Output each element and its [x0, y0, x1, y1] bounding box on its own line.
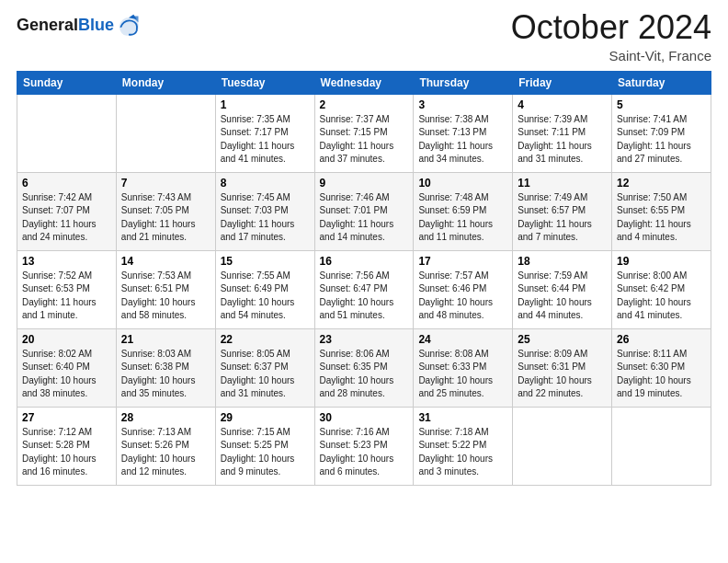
- day-number: 10: [418, 177, 507, 190]
- calendar-cell: [17, 94, 117, 172]
- day-header-friday: Friday: [513, 71, 612, 94]
- calendar-cell: 20Sunrise: 8:02 AMSunset: 6:40 PMDayligh…: [17, 328, 117, 407]
- day-number: 27: [22, 411, 111, 424]
- day-info: Sunrise: 7:37 AMSunset: 7:15 PMDaylight:…: [320, 113, 409, 167]
- day-info: Sunrise: 7:57 AMSunset: 6:46 PMDaylight:…: [418, 270, 507, 323]
- day-header-sunday: Sunday: [17, 71, 117, 94]
- day-number: 31: [418, 411, 507, 424]
- day-number: 3: [418, 98, 507, 111]
- day-info: Sunrise: 7:15 AMSunset: 5:25 PMDaylight:…: [221, 426, 310, 479]
- day-number: 6: [22, 177, 111, 190]
- calendar-cell: 29Sunrise: 7:15 AMSunset: 5:25 PMDayligh…: [215, 407, 314, 485]
- days-of-week-row: SundayMondayTuesdayWednesdayThursdayFrid…: [17, 71, 711, 94]
- day-number: 18: [518, 255, 607, 268]
- day-number: 1: [221, 98, 310, 111]
- day-number: 8: [221, 177, 310, 190]
- day-header-wednesday: Wednesday: [314, 71, 414, 94]
- day-header-tuesday: Tuesday: [215, 71, 314, 94]
- calendar-cell: 19Sunrise: 8:00 AMSunset: 6:42 PMDayligh…: [612, 250, 711, 328]
- week-row-5: 27Sunrise: 7:12 AMSunset: 5:28 PMDayligh…: [17, 407, 711, 485]
- day-number: 29: [221, 411, 310, 424]
- calendar-cell: 4Sunrise: 7:39 AMSunset: 7:11 PMDaylight…: [513, 94, 612, 172]
- calendar-cell: 1Sunrise: 7:35 AMSunset: 7:17 PMDaylight…: [215, 94, 314, 172]
- calendar-cell: 12Sunrise: 7:50 AMSunset: 6:55 PMDayligh…: [612, 172, 711, 250]
- header: GeneralBlue October 2024 Saint-Vit, Fran…: [17, 9, 711, 63]
- day-number: 9: [320, 177, 409, 190]
- calendar-cell: 11Sunrise: 7:49 AMSunset: 6:57 PMDayligh…: [513, 172, 612, 250]
- day-number: 20: [22, 333, 111, 346]
- day-info: Sunrise: 7:39 AMSunset: 7:11 PMDaylight:…: [518, 113, 607, 167]
- calendar-cell: 26Sunrise: 8:11 AMSunset: 6:30 PMDayligh…: [612, 328, 711, 407]
- calendar-cell: 16Sunrise: 7:56 AMSunset: 6:47 PMDayligh…: [314, 250, 414, 328]
- day-info: Sunrise: 7:41 AMSunset: 7:09 PMDaylight:…: [617, 113, 706, 167]
- day-info: Sunrise: 7:12 AMSunset: 5:28 PMDaylight:…: [22, 426, 111, 479]
- day-info: Sunrise: 7:35 AMSunset: 7:17 PMDaylight:…: [221, 113, 310, 167]
- week-row-2: 6Sunrise: 7:42 AMSunset: 7:07 PMDaylight…: [17, 172, 711, 250]
- day-number: 14: [121, 255, 210, 268]
- logo-general-text: GeneralBlue: [17, 17, 114, 35]
- calendar-cell: 8Sunrise: 7:45 AMSunset: 7:03 PMDaylight…: [215, 172, 314, 250]
- day-info: Sunrise: 8:09 AMSunset: 6:31 PMDaylight:…: [518, 348, 607, 401]
- calendar-cell: 25Sunrise: 8:09 AMSunset: 6:31 PMDayligh…: [513, 328, 612, 407]
- day-info: Sunrise: 8:05 AMSunset: 6:37 PMDaylight:…: [221, 348, 310, 401]
- day-number: 15: [221, 255, 310, 268]
- day-info: Sunrise: 7:49 AMSunset: 6:57 PMDaylight:…: [518, 191, 607, 245]
- calendar-cell: 28Sunrise: 7:13 AMSunset: 5:26 PMDayligh…: [116, 407, 215, 485]
- calendar-cell: 9Sunrise: 7:46 AMSunset: 7:01 PMDaylight…: [314, 172, 414, 250]
- day-info: Sunrise: 7:42 AMSunset: 7:07 PMDaylight:…: [22, 191, 111, 245]
- calendar-cell: 18Sunrise: 7:59 AMSunset: 6:44 PMDayligh…: [513, 250, 612, 328]
- week-row-1: 1Sunrise: 7:35 AMSunset: 7:17 PMDaylight…: [17, 94, 711, 172]
- day-info: Sunrise: 7:45 AMSunset: 7:03 PMDaylight:…: [221, 191, 310, 245]
- week-row-4: 20Sunrise: 8:02 AMSunset: 6:40 PMDayligh…: [17, 328, 711, 407]
- day-info: Sunrise: 8:06 AMSunset: 6:35 PMDaylight:…: [320, 348, 409, 401]
- day-info: Sunrise: 8:00 AMSunset: 6:42 PMDaylight:…: [617, 270, 706, 323]
- day-info: Sunrise: 7:53 AMSunset: 6:51 PMDaylight:…: [121, 270, 210, 323]
- location: Saint-Vit, France: [511, 48, 711, 63]
- month-title: October 2024: [511, 9, 711, 46]
- day-header-thursday: Thursday: [414, 71, 513, 94]
- calendar-page: GeneralBlue October 2024 Saint-Vit, Fran…: [0, 0, 728, 563]
- day-number: 12: [617, 177, 706, 190]
- calendar-cell: 7Sunrise: 7:43 AMSunset: 7:05 PMDaylight…: [116, 172, 215, 250]
- calendar-cell: 24Sunrise: 8:08 AMSunset: 6:33 PMDayligh…: [414, 328, 513, 407]
- day-info: Sunrise: 8:03 AMSunset: 6:38 PMDaylight:…: [121, 348, 210, 401]
- day-header-monday: Monday: [116, 71, 215, 94]
- day-number: 30: [320, 411, 409, 424]
- logo-icon: [116, 13, 142, 39]
- day-info: Sunrise: 8:08 AMSunset: 6:33 PMDaylight:…: [418, 348, 507, 401]
- day-number: 16: [320, 255, 409, 268]
- logo: GeneralBlue: [17, 13, 142, 39]
- day-number: 2: [320, 98, 409, 111]
- calendar-cell: 30Sunrise: 7:16 AMSunset: 5:23 PMDayligh…: [314, 407, 414, 485]
- day-info: Sunrise: 7:43 AMSunset: 7:05 PMDaylight:…: [121, 191, 210, 245]
- calendar-cell: 2Sunrise: 7:37 AMSunset: 7:15 PMDaylight…: [314, 94, 414, 172]
- day-info: Sunrise: 7:16 AMSunset: 5:23 PMDaylight:…: [320, 426, 409, 479]
- day-info: Sunrise: 7:59 AMSunset: 6:44 PMDaylight:…: [518, 270, 607, 323]
- day-number: 22: [221, 333, 310, 346]
- week-row-3: 13Sunrise: 7:52 AMSunset: 6:53 PMDayligh…: [17, 250, 711, 328]
- day-number: 19: [617, 255, 706, 268]
- day-info: Sunrise: 7:52 AMSunset: 6:53 PMDaylight:…: [22, 270, 111, 323]
- calendar-table: SundayMondayTuesdayWednesdayThursdayFrid…: [17, 71, 711, 486]
- day-number: 17: [418, 255, 507, 268]
- calendar-cell: 22Sunrise: 8:05 AMSunset: 6:37 PMDayligh…: [215, 328, 314, 407]
- day-number: 4: [518, 98, 607, 111]
- day-number: 28: [121, 411, 210, 424]
- day-info: Sunrise: 7:13 AMSunset: 5:26 PMDaylight:…: [121, 426, 210, 479]
- day-number: 13: [22, 255, 111, 268]
- day-number: 24: [418, 333, 507, 346]
- day-header-saturday: Saturday: [612, 71, 711, 94]
- day-number: 21: [121, 333, 210, 346]
- day-number: 25: [518, 333, 607, 346]
- calendar-cell: 5Sunrise: 7:41 AMSunset: 7:09 PMDaylight…: [612, 94, 711, 172]
- day-info: Sunrise: 7:18 AMSunset: 5:22 PMDaylight:…: [418, 426, 507, 479]
- day-info: Sunrise: 8:02 AMSunset: 6:40 PMDaylight:…: [22, 348, 111, 401]
- calendar-cell: 23Sunrise: 8:06 AMSunset: 6:35 PMDayligh…: [314, 328, 414, 407]
- calendar-cell: [116, 94, 215, 172]
- day-info: Sunrise: 7:38 AMSunset: 7:13 PMDaylight:…: [418, 113, 507, 167]
- calendar-cell: 27Sunrise: 7:12 AMSunset: 5:28 PMDayligh…: [17, 407, 117, 485]
- day-info: Sunrise: 7:55 AMSunset: 6:49 PMDaylight:…: [221, 270, 310, 323]
- title-block: October 2024 Saint-Vit, France: [511, 9, 711, 63]
- calendar-cell: 21Sunrise: 8:03 AMSunset: 6:38 PMDayligh…: [116, 328, 215, 407]
- day-number: 7: [121, 177, 210, 190]
